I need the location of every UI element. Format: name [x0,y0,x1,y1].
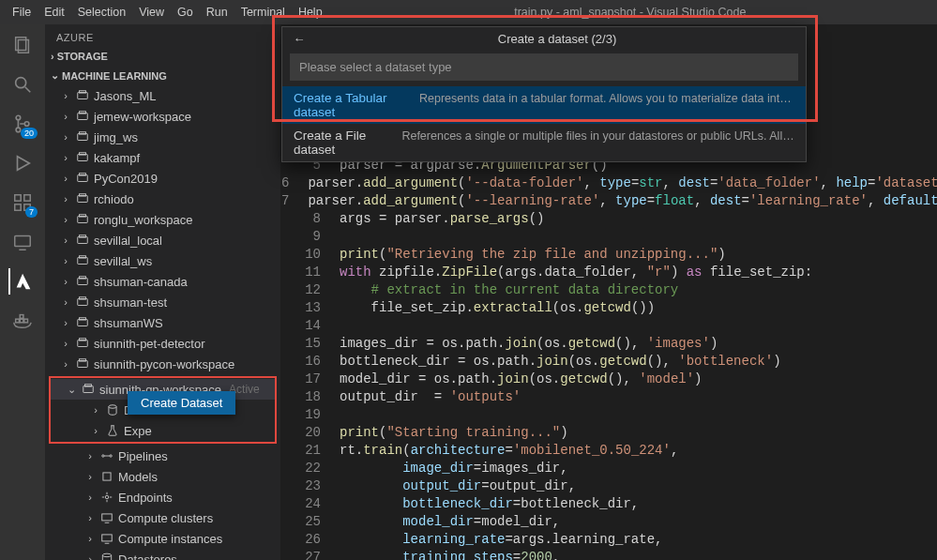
azure-icon[interactable] [8,268,35,295]
chevron-icon: › [60,173,71,184]
tree-item[interactable]: ›siunnith-pycon-workspace [45,354,280,374]
chevron-icon: › [84,471,96,482]
svg-point-6 [24,122,29,127]
tree-item-label: Endpoints [118,491,173,505]
menu-selection[interactable]: Selection [71,6,132,19]
tree-item[interactable]: ›Jasons_ML [45,85,280,106]
line-number: 16 [281,353,340,371]
svg-rect-30 [78,217,88,223]
tree-item-label: jimg_ws [94,130,138,144]
svg-rect-56 [102,535,113,541]
tree-item[interactable]: ›shsumanWS [45,312,280,333]
svg-rect-45 [80,359,86,361]
code-line: 10print("Retrieving the zip file and unz… [281,246,937,264]
menu-terminal[interactable]: Terminal [234,6,292,19]
menu-help[interactable]: Help [292,6,329,19]
svg-rect-37 [80,277,86,279]
tree-item[interactable]: ›Models [45,466,280,487]
svg-point-4 [16,115,21,120]
chevron-icon: › [60,276,71,287]
chevron-icon: › [84,553,96,560]
palette-option-tabular[interactable]: Create a Tabular dataset Represents data… [282,86,806,124]
code-line: 9 [281,228,937,246]
item-icon [105,423,120,438]
code-line: 7parser.add_argument('--learning-rate', … [281,192,937,210]
svg-rect-33 [80,235,86,237]
menu-view[interactable]: View [132,6,171,19]
item-icon [75,356,90,371]
tree-item[interactable]: ›sevillal_ws [45,250,280,271]
run-debug-icon[interactable] [9,150,36,176]
menu-edit[interactable]: Edit [38,6,71,19]
chevron-icon: › [60,338,71,349]
code-line: 15images_dir = os.path.join(os.getcwd(),… [281,335,937,353]
item-icon [75,315,90,330]
line-number: 21 [281,442,340,460]
tree-item[interactable]: ›jimg_ws [45,127,280,147]
tree-item[interactable]: ›siunnith-pet-detector [45,333,280,354]
line-number: 6 [281,174,308,192]
tree-item[interactable]: ›rchiodo [45,189,280,209]
tree-item[interactable]: ›Expe [51,420,275,441]
line-number: 12 [281,281,340,299]
menu-run[interactable]: Run [200,6,234,19]
tree-item[interactable]: ›sevillal_local [45,230,280,250]
ml-tree: ›Jasons_ML›jemew-workspace›jimg_ws›kakam… [45,85,280,560]
code-line: 14 [281,317,937,335]
remote-icon[interactable] [9,229,36,255]
extensions-icon[interactable]: 7 [9,189,36,216]
palette-option-label: Create a File dataset [294,129,396,157]
tree-item[interactable]: ›PyCon2019 [45,168,280,189]
palette-option-desc: Represents data in a tabular format. All… [419,92,794,105]
sidebar-title: AZURE [45,24,280,47]
tree-item[interactable]: ›shsuman-canada [45,271,280,292]
code-line: 19 [281,406,937,424]
svg-rect-26 [78,175,88,182]
tree-item[interactable]: ›Compute clusters [45,507,280,528]
code-text: with zipfile.ZipFile(args.data_folder, "… [340,264,812,281]
tree-item[interactable]: ›Endpoints [45,487,280,507]
code-text: model_dir=model_dir, [340,513,560,531]
svg-point-49 [102,455,104,457]
line-number: 25 [281,513,340,531]
menu-go[interactable]: Go [171,6,200,19]
item-icon [75,109,90,124]
item-icon [75,171,90,186]
tree-item[interactable]: ›Datastores [45,549,280,560]
item-icon [75,129,90,144]
search-icon[interactable] [9,71,36,98]
palette-back-icon[interactable]: ← [290,32,309,46]
tree-item-label: Datastores [118,552,177,561]
code-line: 24 bottleneck_dir=bottleneck_dir, [281,495,937,513]
tree-item[interactable]: ›ronglu_workspace [45,209,280,230]
svg-rect-32 [78,237,88,244]
context-menu-create-dataset[interactable]: Create Dataset [128,391,235,415]
explorer-icon[interactable] [9,32,36,58]
code-text: parser.add_argument('--data-folder', typ… [308,174,937,192]
code-line: 25 model_dir=model_dir, [281,513,937,531]
tree-item-label: Pipelines [118,449,168,463]
tree-item[interactable]: ›shsuman-test [45,292,280,312]
svg-rect-25 [80,153,86,155]
code-line: 17model_dir = os.path.join(os.getcwd(), … [281,371,937,388]
code-text: output_dir=output_dir, [340,477,576,495]
item-icon [99,552,114,560]
tree-item-label: Compute instances [118,532,222,546]
tree-item[interactable]: ›kakampf [45,147,280,168]
ml-section[interactable]: ⌄MACHINE LEARNING [45,66,280,85]
tree-item[interactable]: ›jemew-workspace [45,106,280,127]
palette-input[interactable]: Please select a dataset type [290,53,798,81]
tree-item[interactable]: ›Pipelines [45,446,280,466]
svg-rect-52 [103,473,111,480]
svg-rect-11 [24,195,30,201]
code-line: 18output_dir = 'outputs' [281,388,937,406]
palette-option-file[interactable]: Create a File dataset References a singl… [282,124,806,161]
code-line: 23 output_dir=output_dir, [281,477,937,495]
palette-title: Create a dataset (2/3) [316,32,798,46]
source-control-icon[interactable]: 20 [9,111,36,137]
storage-section[interactable]: ›STORAGE [45,47,280,66]
svg-point-50 [110,455,112,457]
docker-icon[interactable] [9,308,36,334]
tree-item[interactable]: ›Compute instances [45,528,280,549]
menu-file[interactable]: File [6,6,38,19]
